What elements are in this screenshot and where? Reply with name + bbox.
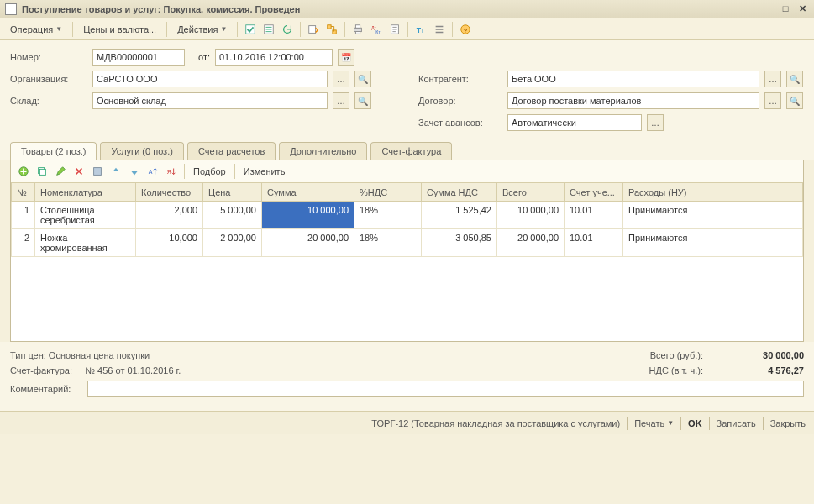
tab-extra[interactable]: Дополнительно — [279, 142, 367, 160]
menu-prices[interactable]: Цены и валюта... — [78, 23, 161, 36]
cell-vat_rate[interactable]: 18% — [354, 229, 422, 257]
col-nomen[interactable]: Номенклатура — [35, 183, 136, 202]
contragent-search-icon[interactable]: 🔍 — [786, 71, 803, 87]
cell-expenses[interactable]: Принимаются — [623, 202, 803, 229]
footer-area: Тип цен: Основная цена покупки Всего (ру… — [0, 342, 814, 411]
org-field[interactable] — [92, 71, 328, 87]
cell-vat_sum[interactable]: 1 525,42 — [422, 202, 497, 229]
comment-label: Комментарий: — [10, 384, 87, 394]
tab-goods[interactable]: Товары (2 поз.) — [10, 142, 97, 160]
move-up-icon[interactable] — [108, 164, 123, 179]
advance-label: Зачет авансов: — [418, 118, 502, 128]
col-sum[interactable]: Сумма — [262, 183, 354, 202]
save-button[interactable]: Записать — [717, 418, 756, 428]
advance-field[interactable] — [507, 114, 642, 131]
print-icon[interactable] — [350, 22, 365, 37]
delete-row-icon[interactable] — [71, 164, 87, 179]
svg-rect-16 — [39, 169, 45, 175]
comment-field[interactable] — [87, 381, 804, 397]
cell-account[interactable]: 10.01 — [565, 202, 623, 229]
cell-sum[interactable]: 10 000,00 — [262, 202, 354, 229]
cell-sum[interactable]: 20 000,00 — [262, 229, 354, 257]
menu-actions[interactable]: Действия▼ — [172, 23, 232, 36]
torg12-link[interactable]: ТОРГ-12 (Товарная накладная за поставщик… — [371, 418, 620, 428]
cell-account[interactable]: 10.01 — [565, 229, 623, 257]
number-field[interactable] — [92, 49, 185, 66]
sort-desc-icon[interactable]: Я — [164, 164, 179, 179]
cell-expenses[interactable]: Принимаются — [623, 229, 803, 257]
org-select-button[interactable]: … — [333, 71, 349, 87]
menu-operation[interactable]: Операция▼ — [5, 23, 67, 36]
move-down-icon[interactable] — [127, 164, 142, 179]
close-button[interactable]: ✕ — [796, 3, 809, 15]
edit-row-icon[interactable] — [53, 164, 68, 179]
print-button[interactable]: Печать▼ — [634, 418, 674, 428]
refresh-icon[interactable] — [280, 22, 295, 37]
menubar: Операция▼ Цены и валюта... Действия▼ ДтК… — [0, 18, 814, 40]
contract-search-icon[interactable]: 🔍 — [786, 92, 803, 109]
grid[interactable]: № Номенклатура Количество Цена Сумма %НД… — [10, 182, 804, 342]
warehouse-field[interactable] — [92, 92, 328, 109]
ok-button[interactable]: OK — [688, 418, 702, 428]
structure-icon[interactable] — [324, 22, 339, 37]
post-icon[interactable] — [243, 22, 258, 37]
dtkt-icon[interactable]: ДтКт — [369, 22, 384, 37]
org-search-icon[interactable]: 🔍 — [354, 71, 371, 87]
edit-button[interactable]: Изменить — [240, 166, 289, 176]
contract-field[interactable] — [507, 92, 759, 109]
col-vatsum[interactable]: Сумма НДС — [422, 183, 497, 202]
list-icon[interactable] — [432, 22, 447, 37]
maximize-button[interactable]: □ — [779, 3, 792, 15]
based-on-icon[interactable] — [306, 22, 321, 37]
table-row[interactable]: 2Ножка хромированная10,0002 000,0020 000… — [12, 229, 803, 257]
cell-n[interactable]: 1 — [12, 202, 35, 229]
price-type-text: Тип цен: Основная цена покупки — [10, 350, 611, 360]
warehouse-select-button[interactable]: … — [333, 92, 349, 109]
advance-select-button[interactable]: … — [647, 114, 664, 131]
tab-accounts[interactable]: Счета расчетов — [187, 142, 276, 160]
col-account[interactable]: Счет уче... — [565, 183, 623, 202]
contragent-select-button[interactable]: … — [764, 71, 781, 87]
col-expenses[interactable]: Расходы (НУ) — [623, 183, 803, 202]
col-qty[interactable]: Количество — [136, 183, 203, 202]
cell-qty[interactable]: 10,000 — [136, 229, 203, 257]
cell-vat_sum[interactable]: 3 050,85 — [422, 229, 497, 257]
warehouse-search-icon[interactable]: 🔍 — [354, 92, 371, 109]
col-price[interactable]: Цена — [203, 183, 262, 202]
movements-icon[interactable] — [261, 22, 276, 37]
copy-row-icon[interactable] — [34, 164, 50, 179]
cell-total[interactable]: 10 000,00 — [497, 202, 565, 229]
cell-nomen[interactable]: Ножка хромированная — [35, 229, 136, 257]
contragent-field[interactable] — [507, 71, 759, 87]
cell-n[interactable]: 2 — [12, 229, 35, 257]
sort-asc-icon[interactable]: А — [145, 164, 160, 179]
selection-button[interactable]: Подбор — [190, 166, 229, 176]
minimize-button[interactable]: _ — [762, 3, 775, 15]
date-field[interactable] — [215, 49, 333, 66]
cell-price[interactable]: 5 000,00 — [203, 202, 262, 229]
svg-text:А: А — [149, 169, 153, 175]
tab-services[interactable]: Услуги (0 поз.) — [100, 142, 183, 160]
col-n[interactable]: № — [12, 183, 35, 202]
help-icon[interactable]: ? — [458, 22, 473, 37]
cell-qty[interactable]: 2,000 — [136, 202, 203, 229]
table-row[interactable]: 1Столешница серебристая2,0005 000,0010 0… — [12, 202, 803, 229]
org-label: Организация: — [10, 74, 87, 84]
contract-select-button[interactable]: … — [764, 92, 781, 109]
col-total[interactable]: Всего — [497, 183, 565, 202]
calendar-icon[interactable]: 📅 — [338, 49, 354, 66]
tabs: Товары (2 поз.) Услуги (0 поз.) Счета ра… — [0, 141, 814, 160]
cell-vat_rate[interactable]: 18% — [354, 202, 422, 229]
cell-nomen[interactable]: Столешница серебристая — [35, 202, 136, 229]
cell-total[interactable]: 20 000,00 — [497, 229, 565, 257]
report-icon[interactable] — [387, 22, 402, 37]
save-row-icon[interactable] — [90, 164, 105, 179]
col-vatrate[interactable]: %НДС — [354, 183, 422, 202]
window-title: Поступление товаров и услуг: Покупка, ко… — [22, 4, 300, 14]
close-footer-button[interactable]: Закрыть — [770, 418, 806, 428]
tab-invoice[interactable]: Счет-фактура — [370, 142, 452, 160]
svg-text:?: ? — [464, 26, 468, 34]
cell-price[interactable]: 2 000,00 — [203, 229, 262, 257]
tt-icon[interactable]: Тт — [413, 22, 428, 37]
add-row-icon[interactable] — [16, 164, 31, 179]
